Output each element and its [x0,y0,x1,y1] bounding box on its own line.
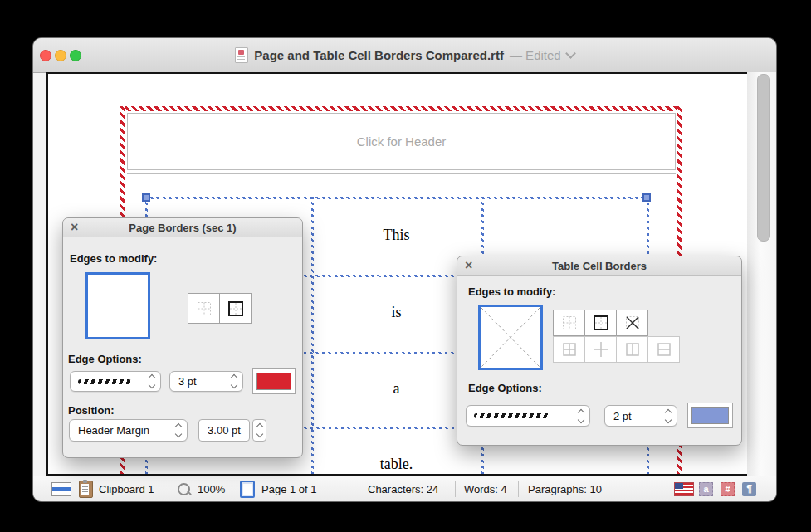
split-view-control[interactable] [51,476,71,501]
palette-title: Page Borders (sec 1) [88,218,277,237]
pilcrow-icon[interactable]: ¶ [742,482,756,496]
edge-options-label: Edge Options: [68,353,142,365]
position-offset-field[interactable]: 3.00 pt [198,419,250,442]
zoom-level[interactable]: 100% [198,483,225,495]
edge-preset-group-row1 [553,310,648,336]
line-width-value: 3 pt [170,375,197,388]
border-color-swatch[interactable] [691,407,729,424]
line-width-select[interactable]: 2 pt [604,405,677,427]
status-divider [455,481,456,497]
clipboard-label[interactable]: Clipboard 1 [99,483,154,495]
window-title-group: Page and Table Cell Borders Compared.rtf… [91,38,718,72]
clipboard-control[interactable]: Clipboard 1 [79,476,154,501]
letter-a-badge-icon[interactable]: a [699,482,713,496]
border-color-swatch[interactable] [256,373,291,390]
edge-preset-group [188,293,252,324]
clipboard-icon[interactable] [79,481,93,498]
select-stepper-icon [149,375,160,388]
close-palette-button[interactable]: × [71,218,78,237]
close-palette-button[interactable]: × [465,256,472,275]
scrollbar-thumb[interactable] [757,74,770,242]
dotted-square-icon [560,314,579,332]
page-border-stripe-top [120,106,682,111]
line-style-select[interactable] [70,371,161,392]
select-stepper-icon [666,410,677,422]
zoom-magnifier-icon[interactable] [178,483,190,495]
palette-titlebar[interactable]: × Table Cell Borders [457,256,741,276]
hash-badge-icon[interactable]: # [721,482,735,496]
edge-preset-group-row2 [553,336,680,363]
character-style-control[interactable]: a [699,476,713,501]
vertical-split-icon [623,340,642,359]
zoom-window-button[interactable] [70,50,81,61]
table-selection-handle[interactable] [142,193,150,202]
table-selection-handle[interactable] [642,193,651,202]
table-cell-text[interactable]: This [311,227,481,244]
split-view-icon[interactable] [51,482,71,496]
line-width-value: 2 pt [605,410,632,422]
preset-no-borders-button[interactable] [553,310,585,336]
close-window-button[interactable] [40,50,51,61]
screenshot-stage: Page and Table Cell Borders Compared.rtf… [0,0,811,532]
preset-outline-button[interactable] [219,293,252,324]
app-window: Page and Table Cell Borders Compared.rtf… [33,38,776,501]
body-area-top-line [127,173,676,174]
select-stepper-icon [232,375,242,388]
plus-icon [592,340,610,359]
table-border-top [145,197,648,199]
preset-no-borders-button[interactable] [188,293,220,324]
numbering-control[interactable]: # [721,476,735,501]
preset-diagonals-button[interactable] [616,310,648,336]
palette-titlebar[interactable]: × Page Borders (sec 1) [63,218,302,237]
zoom-control[interactable]: 100% [178,476,225,501]
minimize-window-button[interactable] [55,50,66,61]
window-title: Page and Table Cell Borders Compared.rtf [254,48,504,62]
status-divider [518,481,519,497]
characters-count: Characters: 24 [368,476,438,501]
preset-horizontal-split-button[interactable] [647,336,680,363]
border-color-well[interactable] [252,368,296,394]
position-offset-stepper[interactable] [252,419,266,442]
table-cell-text[interactable]: table. [311,456,481,473]
diagonal-edges-icon [481,307,540,368]
status-bar: Clipboard 1 100% Page 1 of 1 Characters:… [33,476,776,501]
page-control[interactable]: Page 1 of 1 [240,476,317,501]
edge-options-label: Edge Options: [468,382,542,394]
preset-all-grid-button[interactable] [553,336,585,363]
preset-vertical-split-button[interactable] [616,336,648,363]
edges-to-modify-label: Edges to modify: [70,252,157,265]
position-offset-value: 3.00 pt [208,424,241,437]
page-indicator[interactable]: Page 1 of 1 [261,483,317,495]
table-cell-borders-palette: × Table Cell Borders Edges to modify: [457,256,742,446]
page-borders-palette: × Page Borders (sec 1) Edges to modify: [62,217,303,458]
vertical-scrollbar[interactable] [747,72,776,476]
position-select[interactable]: Header Margin [69,419,188,442]
border-color-well[interactable] [687,403,733,428]
position-label: Position: [68,404,115,417]
us-flag-icon[interactable] [674,482,694,496]
solid-outline-icon [227,300,245,318]
edges-to-modify-label: Edges to modify: [468,286,555,298]
edge-selection-preview[interactable] [85,272,150,339]
title-menu-chevron-icon[interactable] [565,48,576,59]
language-control[interactable] [674,476,694,501]
preset-inner-cross-button[interactable] [584,336,617,363]
diagonal-cross-icon [623,314,642,332]
page-proxy-icon[interactable] [240,481,255,498]
titlebar: Page and Table Cell Borders Compared.rtf… [33,38,776,73]
grid-icon [560,340,579,359]
words-count: Words: 4 [464,476,507,501]
striped-line-style-icon [78,379,131,384]
line-width-select[interactable]: 3 pt [169,371,243,392]
header-area[interactable]: Click for Header [127,113,676,170]
solid-outline-icon [592,314,610,332]
preset-outline-button[interactable] [584,310,617,336]
rtf-document-icon[interactable] [235,47,248,63]
dotted-square-icon [195,300,213,318]
striped-line-style-icon [474,413,550,418]
edge-selection-preview[interactable] [478,305,543,370]
line-style-select[interactable] [466,405,590,427]
window-edited-label: — Edited [510,48,561,62]
invisibles-control[interactable]: ¶ [742,476,756,501]
header-placeholder[interactable]: Click for Header [357,134,447,149]
